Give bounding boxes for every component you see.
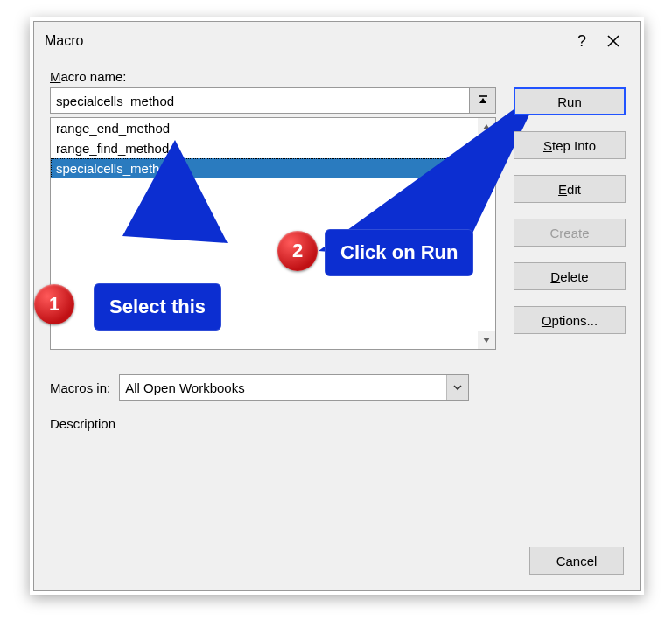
macros-in-row: Macros in: All Open Workbooks <box>50 374 624 401</box>
list-item[interactable]: range_find_method <box>51 138 495 158</box>
svg-marker-4 <box>483 124 490 129</box>
macro-dialog: Macro ? Macro name: <box>33 21 640 591</box>
titlebar: Macro ? <box>34 22 640 60</box>
dialog-body: Macro name: range_end_metho <box>34 60 640 590</box>
macros-in-value: All Open Workbooks <box>125 380 244 395</box>
close-button[interactable] <box>598 29 629 53</box>
left-column: range_end_method range_find_method speci… <box>50 87 496 350</box>
cancel-button[interactable]: Cancel <box>529 547 624 575</box>
macros-in-select[interactable]: All Open Workbooks <box>119 374 469 401</box>
list-item[interactable]: range_end_method <box>51 118 495 138</box>
delete-button[interactable]: Delete <box>514 262 626 290</box>
chevron-up-icon <box>482 122 491 131</box>
macro-listbox[interactable]: range_end_method range_find_method speci… <box>50 117 496 350</box>
step-into-button[interactable]: Step Into <box>514 131 626 159</box>
chevron-down-icon <box>482 336 491 345</box>
scroll-up-button[interactable] <box>478 118 495 136</box>
options-button[interactable]: Options... <box>514 306 626 334</box>
create-button: Create <box>514 219 626 247</box>
list-item[interactable]: specialcells_method <box>51 158 495 178</box>
macro-name-input[interactable] <box>50 87 470 114</box>
chevron-down-icon <box>452 382 463 393</box>
svg-marker-5 <box>483 338 490 343</box>
edit-button[interactable]: Edit <box>514 175 626 203</box>
description-label: Description <box>50 416 624 431</box>
select-chevron <box>446 375 468 400</box>
collapse-icon <box>477 94 489 107</box>
collapse-button[interactable] <box>470 87 496 114</box>
dialog-shadow-frame: Macro ? Macro name: <box>30 17 644 595</box>
description-divider <box>146 435 624 435</box>
macros-in-label: Macros in: <box>50 380 110 395</box>
close-icon <box>607 35 620 47</box>
dialog-title: Macro <box>45 33 566 49</box>
button-column: Run Step Into Edit Create Delete <box>514 87 626 334</box>
cancel-row: Cancel <box>529 547 624 575</box>
macro-name-label: Macro name: <box>50 69 624 84</box>
svg-marker-3 <box>480 98 486 103</box>
macro-name-row <box>50 87 496 114</box>
run-button[interactable]: Run <box>514 87 626 115</box>
scroll-down-button[interactable] <box>478 331 495 349</box>
help-button[interactable]: ? <box>566 29 598 53</box>
editor-row: range_end_method range_find_method speci… <box>50 87 624 350</box>
